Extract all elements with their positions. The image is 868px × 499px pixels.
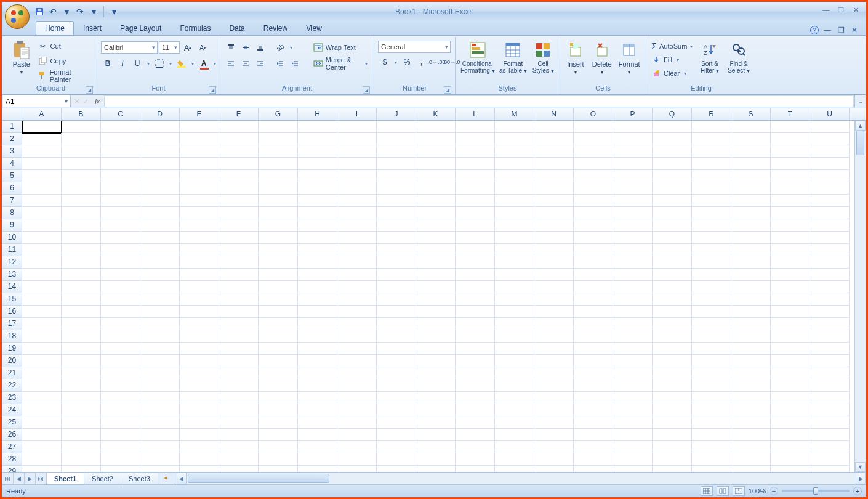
row-header-23[interactable]: 23 xyxy=(2,392,22,404)
cell-S24[interactable] xyxy=(731,404,771,416)
row-header-1[interactable]: 1 xyxy=(2,121,22,133)
mdi-restore-button[interactable]: ❐ xyxy=(836,25,846,35)
cell-C2[interactable] xyxy=(101,133,140,145)
cell-M6[interactable] xyxy=(495,182,534,195)
cell-F3[interactable] xyxy=(219,145,259,158)
cell-M28[interactable] xyxy=(495,453,534,466)
find-select-button[interactable]: Find &Select ▾ xyxy=(725,38,752,74)
cell-K9[interactable] xyxy=(416,219,456,232)
cell-M20[interactable] xyxy=(495,355,534,367)
cell-O22[interactable] xyxy=(574,379,613,392)
cell-U17[interactable] xyxy=(810,318,850,330)
cell-R15[interactable] xyxy=(692,293,731,306)
cell-B12[interactable] xyxy=(62,256,101,269)
cell-J29[interactable] xyxy=(377,466,416,472)
office-button[interactable] xyxy=(5,4,30,29)
cell-D15[interactable] xyxy=(140,293,180,306)
select-all-corner[interactable] xyxy=(2,108,22,120)
cell-H22[interactable] xyxy=(298,379,337,392)
cell-N27[interactable] xyxy=(534,441,574,453)
cell-M24[interactable] xyxy=(495,404,534,416)
column-header-D[interactable]: D xyxy=(140,108,180,120)
cell-M14[interactable] xyxy=(495,281,534,293)
cell-A2[interactable] xyxy=(22,133,62,145)
row-header-26[interactable]: 26 xyxy=(2,429,22,441)
cell-R4[interactable] xyxy=(692,158,731,170)
cell-T17[interactable] xyxy=(771,318,810,330)
cell-C6[interactable] xyxy=(101,182,140,195)
cell-M21[interactable] xyxy=(495,367,534,379)
cell-N18[interactable] xyxy=(534,330,574,343)
row-header-2[interactable]: 2 xyxy=(2,133,22,145)
cell-I20[interactable] xyxy=(337,355,377,367)
cell-L7[interactable] xyxy=(456,195,495,207)
cell-U20[interactable] xyxy=(810,355,850,367)
cell-G25[interactable] xyxy=(259,416,298,429)
cell-O18[interactable] xyxy=(574,330,613,343)
cell-U27[interactable] xyxy=(810,441,850,453)
cell-N26[interactable] xyxy=(534,429,574,441)
cell-Q19[interactable] xyxy=(653,343,692,355)
cell-N19[interactable] xyxy=(534,343,574,355)
cell-U11[interactable] xyxy=(810,244,850,256)
cell-N10[interactable] xyxy=(534,232,574,244)
autosum-button[interactable]: ΣAutoSum ▾ xyxy=(650,39,694,53)
zoom-slider[interactable] xyxy=(782,490,850,492)
cell-A5[interactable] xyxy=(22,170,62,182)
cell-S12[interactable] xyxy=(731,256,771,269)
cell-A13[interactable] xyxy=(22,269,62,281)
align-bottom-button[interactable] xyxy=(254,41,267,54)
cell-B24[interactable] xyxy=(62,404,101,416)
cell-M11[interactable] xyxy=(495,244,534,256)
column-header-M[interactable]: M xyxy=(495,108,534,120)
cell-B29[interactable] xyxy=(62,466,101,472)
cell-U4[interactable] xyxy=(810,158,850,170)
cell-H6[interactable] xyxy=(298,182,337,195)
row-header-18[interactable]: 18 xyxy=(2,330,22,343)
cell-P3[interactable] xyxy=(613,145,653,158)
paste-button[interactable]: Paste▾ xyxy=(9,38,34,76)
insert-cells-button[interactable]: Insert▾ xyxy=(564,38,587,76)
cell-M26[interactable] xyxy=(495,429,534,441)
cell-I1[interactable] xyxy=(337,121,377,133)
cell-Q10[interactable] xyxy=(653,232,692,244)
align-middle-button[interactable] xyxy=(239,41,252,54)
cell-S15[interactable] xyxy=(731,293,771,306)
cell-Q16[interactable] xyxy=(653,306,692,318)
cell-D23[interactable] xyxy=(140,392,180,404)
cell-C4[interactable] xyxy=(101,158,140,170)
cell-B19[interactable] xyxy=(62,343,101,355)
cell-A29[interactable] xyxy=(22,466,62,472)
cell-G18[interactable] xyxy=(259,330,298,343)
cell-E29[interactable] xyxy=(180,466,219,472)
cell-O25[interactable] xyxy=(574,416,613,429)
cell-I23[interactable] xyxy=(337,392,377,404)
cell-O29[interactable] xyxy=(574,466,613,472)
cell-C22[interactable] xyxy=(101,379,140,392)
cell-C11[interactable] xyxy=(101,244,140,256)
cell-P15[interactable] xyxy=(613,293,653,306)
cell-D6[interactable] xyxy=(140,182,180,195)
cell-D8[interactable] xyxy=(140,207,180,219)
cell-F27[interactable] xyxy=(219,441,259,453)
cell-O21[interactable] xyxy=(574,367,613,379)
column-header-L[interactable]: L xyxy=(456,108,495,120)
cell-I18[interactable] xyxy=(337,330,377,343)
cell-K14[interactable] xyxy=(416,281,456,293)
cell-K25[interactable] xyxy=(416,416,456,429)
cell-Q18[interactable] xyxy=(653,330,692,343)
view-normal-button[interactable] xyxy=(701,486,713,496)
cell-U23[interactable] xyxy=(810,392,850,404)
delete-cells-button[interactable]: Delete▾ xyxy=(590,38,614,76)
cell-B11[interactable] xyxy=(62,244,101,256)
fill-color-button[interactable] xyxy=(175,57,188,70)
column-header-O[interactable]: O xyxy=(574,108,613,120)
vscroll-thumb[interactable] xyxy=(856,131,864,155)
cell-S28[interactable] xyxy=(731,453,771,466)
zoom-in-button[interactable]: + xyxy=(853,487,862,495)
new-sheet-button[interactable]: ✦ xyxy=(158,473,174,484)
cell-N8[interactable] xyxy=(534,207,574,219)
cell-B25[interactable] xyxy=(62,416,101,429)
cell-C19[interactable] xyxy=(101,343,140,355)
cell-D21[interactable] xyxy=(140,367,180,379)
